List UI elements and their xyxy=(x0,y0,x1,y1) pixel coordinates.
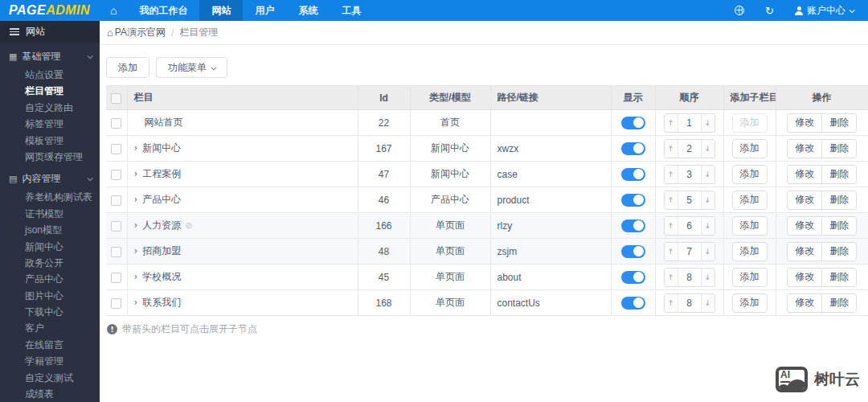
column-name[interactable]: 新闻中心 xyxy=(142,142,181,154)
nav-home-button[interactable]: ⌂ xyxy=(100,0,127,21)
sidebar-item[interactable]: 学籍管理 xyxy=(0,353,100,369)
visible-toggle[interactable] xyxy=(621,245,645,258)
edit-button[interactable]: 修改 xyxy=(787,293,822,313)
sidebar-item[interactable]: 成绩表 xyxy=(0,386,100,402)
row-checkbox[interactable] xyxy=(111,118,121,129)
order-down-button[interactable]: ↓ xyxy=(701,114,714,132)
delete-button[interactable]: 删除 xyxy=(821,268,857,287)
delete-button[interactable]: 删除 xyxy=(821,293,857,313)
column-name[interactable]: 工程案例 xyxy=(142,168,181,179)
sidebar-item[interactable]: 栏目管理 xyxy=(0,83,100,99)
order-input[interactable] xyxy=(678,269,701,286)
add-child-button[interactable]: 添加 xyxy=(732,191,768,210)
order-input[interactable] xyxy=(678,166,701,183)
sidebar-item[interactable]: 标签管理 xyxy=(0,116,100,132)
nav-item[interactable]: 工具 xyxy=(330,0,373,21)
sidebar-item[interactable]: 图片中心 xyxy=(0,288,100,304)
order-input[interactable] xyxy=(678,140,701,158)
breadcrumb-site[interactable]: PA演示官网 xyxy=(115,26,166,39)
sidebar-header[interactable]: 网站 xyxy=(0,21,100,43)
order-down-button[interactable]: ↓ xyxy=(701,191,714,209)
order-up-button[interactable]: ↑ xyxy=(665,140,678,158)
expand-arrow-icon[interactable]: › xyxy=(134,168,138,179)
visible-toggle[interactable] xyxy=(621,219,645,232)
visible-toggle[interactable] xyxy=(621,194,645,207)
sidebar-item[interactable]: 自定义测试 xyxy=(0,370,100,386)
sidebar-item[interactable]: 在线留言 xyxy=(0,337,100,353)
visible-toggle[interactable] xyxy=(621,297,645,310)
visible-toggle[interactable] xyxy=(621,142,645,155)
order-down-button[interactable]: ↓ xyxy=(701,166,714,183)
row-checkbox[interactable] xyxy=(111,298,121,309)
order-down-button[interactable]: ↓ xyxy=(701,243,714,260)
order-up-button[interactable]: ↑ xyxy=(665,166,678,183)
add-button[interactable]: 添加 xyxy=(106,57,149,78)
visible-toggle[interactable] xyxy=(621,117,645,129)
add-child-button[interactable]: 添加 xyxy=(732,113,768,133)
nav-item[interactable]: 系统 xyxy=(286,0,330,21)
add-child-button[interactable]: 添加 xyxy=(732,216,768,236)
delete-button[interactable]: 删除 xyxy=(821,113,857,133)
sidebar-item[interactable]: 下载中心 xyxy=(0,304,100,320)
sidebar-item[interactable]: 证书模型 xyxy=(0,206,100,222)
column-name[interactable]: 招商加盟 xyxy=(142,245,181,256)
order-up-button[interactable]: ↑ xyxy=(665,269,678,286)
sidebar-item[interactable]: 模板管理 xyxy=(0,133,100,149)
order-up-button[interactable]: ↑ xyxy=(665,243,678,260)
nav-item[interactable]: 我的工作台 xyxy=(127,0,199,21)
delete-button[interactable]: 删除 xyxy=(821,216,857,236)
delete-button[interactable]: 删除 xyxy=(821,139,857,158)
account-menu[interactable]: 账户中心 xyxy=(795,4,854,18)
order-up-button[interactable]: ↑ xyxy=(665,191,678,209)
order-up-button[interactable]: ↑ xyxy=(665,217,678,235)
sidebar-item[interactable]: 客户 xyxy=(0,320,100,336)
visible-toggle[interactable] xyxy=(621,271,645,284)
column-name[interactable]: 产品中心 xyxy=(142,194,181,205)
edit-button[interactable]: 修改 xyxy=(787,216,822,236)
order-input[interactable] xyxy=(678,191,701,209)
sidebar-item[interactable]: 站点设置 xyxy=(0,67,100,83)
edit-button[interactable]: 修改 xyxy=(787,165,822,184)
nav-item[interactable]: 用户 xyxy=(243,0,286,21)
sidebar-item[interactable]: 自定义路由 xyxy=(0,100,100,116)
add-child-button[interactable]: 添加 xyxy=(732,242,768,261)
add-child-button[interactable]: 添加 xyxy=(732,165,768,184)
order-down-button[interactable]: ↓ xyxy=(701,269,714,286)
delete-button[interactable]: 删除 xyxy=(821,165,857,184)
row-checkbox[interactable] xyxy=(111,221,121,232)
row-checkbox[interactable] xyxy=(111,273,121,283)
expand-arrow-icon[interactable]: › xyxy=(134,297,138,308)
row-checkbox[interactable] xyxy=(111,170,121,180)
edit-button[interactable]: 修改 xyxy=(787,242,822,261)
globe-icon[interactable] xyxy=(735,6,744,15)
order-down-button[interactable]: ↓ xyxy=(701,294,714,312)
app-logo[interactable]: PAGEADMIN xyxy=(0,0,100,21)
column-name[interactable]: 学校概况 xyxy=(142,271,181,282)
order-down-button[interactable]: ↓ xyxy=(701,140,714,158)
order-input[interactable] xyxy=(678,294,701,312)
expand-arrow-icon[interactable]: › xyxy=(134,219,138,231)
sidebar-group-header[interactable]: ▦基础管理 xyxy=(0,46,100,67)
column-name[interactable]: 人力资源 xyxy=(142,219,181,231)
row-checkbox[interactable] xyxy=(111,195,121,206)
row-checkbox[interactable] xyxy=(111,144,121,154)
sidebar-item[interactable]: 产品中心 xyxy=(0,271,100,287)
expand-arrow-icon[interactable]: › xyxy=(134,271,138,282)
add-child-button[interactable]: 添加 xyxy=(732,268,768,287)
refresh-icon[interactable]: ↻ xyxy=(765,6,774,16)
expand-arrow-icon[interactable]: › xyxy=(134,194,138,205)
order-input[interactable] xyxy=(678,243,701,260)
order-input[interactable] xyxy=(678,217,701,235)
visible-toggle[interactable] xyxy=(621,168,645,181)
order-up-button[interactable]: ↑ xyxy=(665,294,678,312)
edit-button[interactable]: 修改 xyxy=(787,113,822,133)
select-all-checkbox[interactable] xyxy=(111,93,121,104)
column-name[interactable]: 联系我们 xyxy=(142,297,181,308)
sidebar-item[interactable]: 政务公开 xyxy=(0,255,100,271)
order-up-button[interactable]: ↑ xyxy=(665,114,678,132)
row-checkbox[interactable] xyxy=(111,247,121,257)
add-child-button[interactable]: 添加 xyxy=(732,139,768,158)
function-menu-button[interactable]: 功能菜单 xyxy=(156,57,227,78)
nav-item[interactable]: 网站 xyxy=(199,0,243,21)
order-input[interactable] xyxy=(678,114,701,132)
